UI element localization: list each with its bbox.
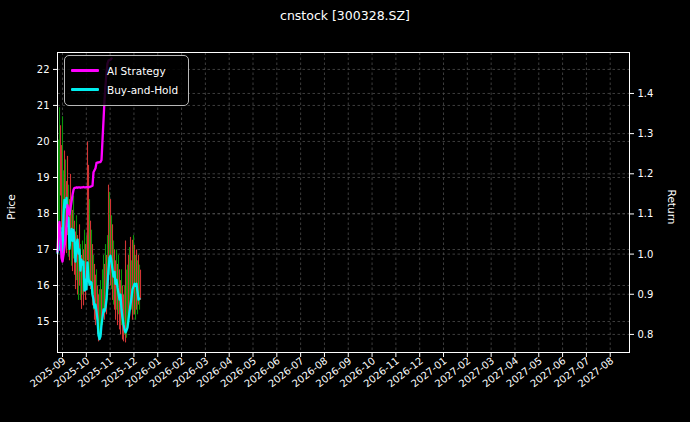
y-axis-label-price: Price (5, 187, 17, 227)
ai-strategy-line-swatch (71, 69, 99, 72)
legend-item-ai-strategy: AI Strategy (71, 61, 178, 80)
svg-text:1.2: 1.2 (638, 168, 654, 179)
svg-text:20: 20 (37, 136, 50, 147)
svg-text:0.9: 0.9 (638, 289, 654, 300)
legend-label: AI Strategy (107, 65, 166, 77)
legend: AI Strategy Buy-and-Hold (64, 55, 189, 106)
svg-text:16: 16 (37, 280, 50, 291)
svg-text:18: 18 (37, 208, 50, 219)
svg-text:1.0: 1.0 (638, 249, 654, 260)
legend-label: Buy-and-Hold (107, 84, 178, 96)
y-axis-label-return: Return (666, 185, 678, 229)
svg-text:1.3: 1.3 (638, 128, 654, 139)
legend-item-buy-and-hold: Buy-and-Hold (71, 80, 178, 99)
chart-container: cnstock [300328.SZ] 15161718192021220.80… (0, 0, 690, 422)
svg-text:17: 17 (37, 244, 50, 255)
buy-and-hold-line-swatch (71, 88, 99, 91)
svg-text:15: 15 (37, 316, 50, 327)
svg-text:0.8: 0.8 (638, 329, 654, 340)
svg-text:19: 19 (37, 172, 50, 183)
svg-text:1.4: 1.4 (638, 88, 654, 99)
svg-text:1.1: 1.1 (638, 208, 654, 219)
svg-text:22: 22 (37, 64, 50, 75)
svg-text:21: 21 (37, 100, 50, 111)
